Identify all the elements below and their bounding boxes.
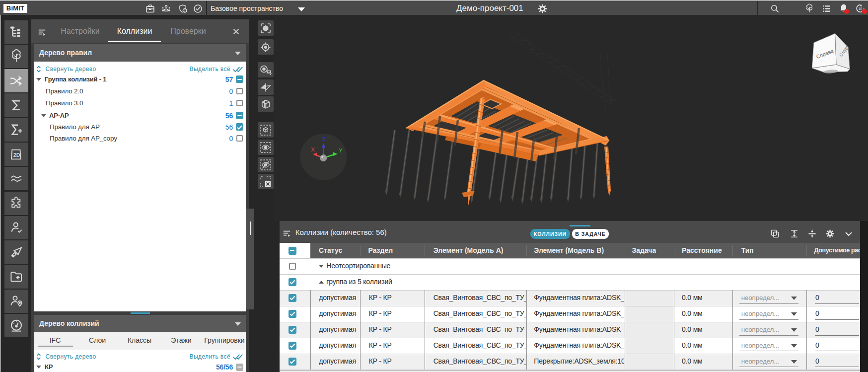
svg-text:Z: Z <box>322 136 326 142</box>
svg-text:Y: Y <box>339 148 343 153</box>
svg-text:2D: 2D <box>13 152 20 158</box>
svg-text:X: X <box>311 147 315 152</box>
svg-text:10: 10 <box>859 7 863 10</box>
